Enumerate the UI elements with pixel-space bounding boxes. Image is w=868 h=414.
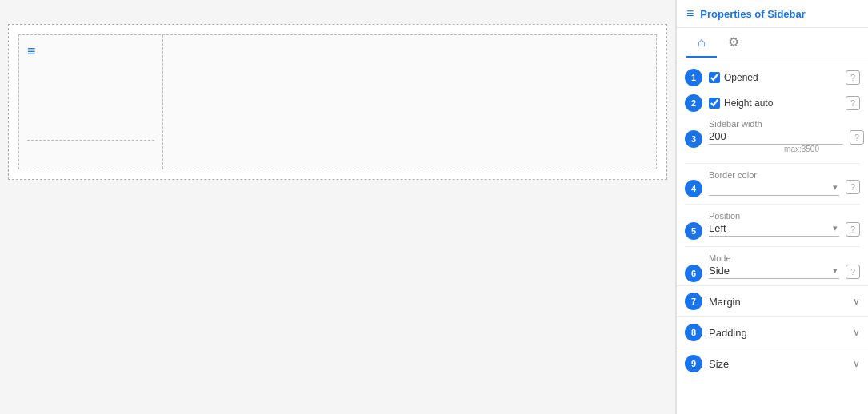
height-auto-checkbox[interactable] xyxy=(709,98,720,109)
sidebar-preview: ≡ xyxy=(19,35,163,169)
prop-row-border-color: 4 Border color Red Blue Green Black ▾ ? xyxy=(677,167,868,201)
mode-container: Mode Side Over Push ▾ xyxy=(709,253,839,279)
properties-panel: ≡ Properties of Sidebar ⌂ ⚙ 1 Opened ? 2 xyxy=(676,0,868,414)
opened-checkbox[interactable] xyxy=(709,72,720,83)
divider-1 xyxy=(685,163,860,164)
prop-row-sidebar-width: 3 Sidebar width max:3500 ? xyxy=(677,116,868,160)
margin-chevron-icon: ∨ xyxy=(853,296,860,307)
size-label: Size xyxy=(709,358,853,370)
position-select-container: Left Right Top Bottom ▾ xyxy=(709,221,839,237)
step-badge-4: 4 xyxy=(685,180,702,197)
panel-sidebar-icon: ≡ xyxy=(686,6,694,21)
content-preview xyxy=(163,35,656,169)
border-color-select-container: Red Blue Green Black ▾ xyxy=(709,180,839,196)
sidebar-lines-icon: ≡ xyxy=(27,43,36,60)
sidebar-width-input[interactable] xyxy=(709,130,843,142)
home-icon: ⌂ xyxy=(698,35,706,50)
canvas-area: ≡ xyxy=(0,0,676,414)
size-chevron-icon: ∨ xyxy=(853,358,860,369)
step-badge-1: 1 xyxy=(685,69,702,86)
collapsible-size[interactable]: 9 Size ∨ xyxy=(677,348,868,379)
position-container: Position Left Right Top Bottom ▾ xyxy=(709,211,839,237)
outer-frame: ≡ xyxy=(8,24,667,180)
padding-label: Padding xyxy=(709,327,853,339)
sidebar-width-input-row xyxy=(709,130,843,145)
position-label: Position xyxy=(709,211,839,221)
tab-home[interactable]: ⌂ xyxy=(686,28,717,58)
help-icon-6[interactable]: ? xyxy=(846,265,860,279)
tab-settings[interactable]: ⚙ xyxy=(717,28,750,58)
step-badge-5: 5 xyxy=(685,222,702,240)
width-field-container: Sidebar width max:3500 xyxy=(709,119,843,157)
step-badge-9: 9 xyxy=(685,355,702,372)
prop-row-mode: 6 Mode Side Over Push ▾ ? xyxy=(677,250,868,285)
help-icon-3[interactable]: ? xyxy=(850,130,864,145)
prop-row-height-auto: 2 Height auto ? xyxy=(677,90,868,116)
prop-row-position: 5 Position Left Right Top Bottom ▾ ? xyxy=(677,208,868,243)
panel-body: 1 Opened ? 2 Height auto ? 3 Sidebar wid… xyxy=(677,58,868,414)
panel-tabs: ⌂ ⚙ xyxy=(677,28,868,58)
help-icon-2[interactable]: ? xyxy=(846,96,860,110)
mode-select-container: Side Over Push ▾ xyxy=(709,263,839,279)
panel-header: ≡ Properties of Sidebar xyxy=(677,0,868,28)
collapsible-padding[interactable]: 8 Padding ∨ xyxy=(677,316,868,348)
collapsible-margin[interactable]: 7 Margin ∨ xyxy=(677,285,868,316)
position-select[interactable]: Left Right Top Bottom xyxy=(709,221,839,236)
help-icon-5[interactable]: ? xyxy=(846,222,860,237)
width-max-hint: max:3500 xyxy=(709,145,843,153)
step-badge-8: 8 xyxy=(685,324,702,341)
panel-title: Properties of Sidebar xyxy=(700,8,805,20)
padding-chevron-icon: ∨ xyxy=(853,327,860,338)
step-badge-2: 2 xyxy=(685,94,702,112)
help-icon-4[interactable]: ? xyxy=(846,180,860,194)
sidebar-divider-line xyxy=(27,140,154,141)
divider-2 xyxy=(685,204,860,205)
margin-label: Margin xyxy=(709,296,853,308)
step-badge-6: 6 xyxy=(685,265,702,282)
mode-label: Mode xyxy=(709,253,839,263)
divider-3 xyxy=(685,246,860,247)
help-icon-1[interactable]: ? xyxy=(846,70,860,85)
opened-checkbox-label[interactable]: Opened xyxy=(709,72,839,83)
gear-icon: ⚙ xyxy=(728,34,739,50)
height-auto-checkbox-label[interactable]: Height auto xyxy=(709,98,839,109)
border-color-select[interactable]: Red Blue Green Black xyxy=(709,180,839,195)
step-badge-7: 7 xyxy=(685,293,702,310)
step-badge-3: 3 xyxy=(685,130,702,148)
prop-row-opened: 1 Opened ? xyxy=(677,65,868,90)
sidebar-width-label: Sidebar width xyxy=(709,119,843,129)
border-color-container: Border color Red Blue Green Black ▾ xyxy=(709,170,839,196)
border-color-label: Border color xyxy=(709,170,839,180)
mode-select[interactable]: Side Over Push xyxy=(709,263,839,278)
inner-frame: ≡ xyxy=(18,34,657,169)
